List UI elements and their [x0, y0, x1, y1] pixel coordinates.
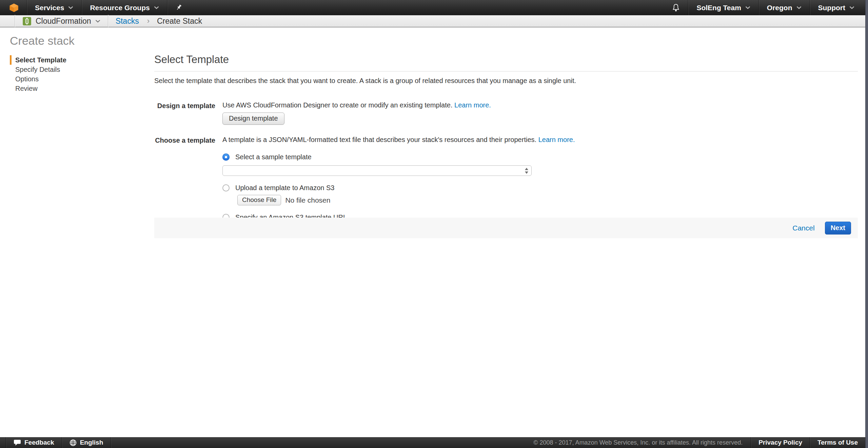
- design-template-button[interactable]: Design template: [222, 113, 284, 125]
- breadcrumb-stacks-link[interactable]: Stacks: [108, 17, 144, 26]
- cancel-button[interactable]: Cancel: [792, 224, 814, 232]
- nav-region-menu[interactable]: Oregon: [759, 0, 810, 15]
- wizard-step-specify-details: Specify Details: [10, 65, 66, 74]
- design-learn-more-link[interactable]: Learn more.: [454, 101, 491, 109]
- nav-pin-button[interactable]: [167, 0, 191, 15]
- main-content: Select Template Select the template that…: [154, 54, 858, 235]
- aws-logo[interactable]: [0, 0, 26, 15]
- breadcrumb-service-menu[interactable]: CloudFormation: [15, 15, 108, 27]
- heading-divider: [154, 71, 858, 72]
- chevron-down-icon: [745, 6, 750, 9]
- design-template-description: Use AWS CloudFormation Designer to creat…: [222, 101, 452, 109]
- globe-icon: [70, 439, 77, 446]
- wizard-step-review: Review: [10, 84, 66, 93]
- breadcrumb-current: Create Stack: [153, 17, 202, 26]
- feedback-label: Feedback: [24, 439, 54, 446]
- chevron-down-icon: [154, 6, 159, 9]
- privacy-policy-link[interactable]: Privacy Policy: [751, 439, 810, 446]
- chevron-down-icon: [849, 6, 854, 9]
- footer-divider: [111, 437, 111, 448]
- footer-bar: Feedback English © 2008 - 2017, Amazon W…: [0, 437, 868, 448]
- choose-file-button[interactable]: Choose File: [237, 195, 281, 205]
- choose-learn-more-link[interactable]: Learn more.: [538, 136, 575, 143]
- radio-button-selected-icon[interactable]: [222, 154, 230, 161]
- file-upload-row: Choose File No file chosen: [237, 195, 575, 205]
- nav-account-label: SolEng Team: [696, 4, 741, 12]
- design-template-row: Design a template Use AWS CloudFormation…: [154, 101, 858, 125]
- wizard-step-options: Options: [10, 74, 66, 84]
- cloudformation-icon: [22, 17, 32, 26]
- breadcrumb-service-label: CloudFormation: [36, 17, 91, 26]
- wizard-step-select-template: Select Template: [10, 55, 66, 65]
- language-label: English: [80, 439, 103, 446]
- wizard-steps: Select Template Specify Details Options …: [10, 55, 66, 93]
- nav-region-label: Oregon: [767, 4, 792, 12]
- wizard-action-bar: Cancel Next: [154, 218, 858, 238]
- file-status-text: No file chosen: [285, 196, 330, 204]
- nav-resource-groups-label: Resource Groups: [90, 4, 150, 12]
- bell-icon: [672, 3, 680, 12]
- breadcrumb: CloudFormation Stacks › Create Stack: [0, 15, 868, 27]
- nav-services-menu[interactable]: Services: [27, 0, 81, 15]
- section-intro: Select the template that describes the s…: [154, 77, 858, 85]
- radio-select-sample-template[interactable]: Select a sample template: [222, 153, 575, 161]
- nav-support-label: Support: [818, 4, 845, 12]
- select-spinner-icon: [525, 168, 528, 174]
- nav-services-label: Services: [35, 4, 64, 12]
- copyright-text: © 2008 - 2017, Amazon Web Services, Inc.…: [525, 439, 751, 446]
- breadcrumb-separator: ›: [144, 17, 153, 25]
- speech-bubble-icon: [14, 439, 21, 446]
- top-nav-bar: Services Resource Groups SolEng Team: [0, 0, 868, 15]
- radio-label-upload: Upload a template to Amazon S3: [235, 184, 334, 192]
- feedback-button[interactable]: Feedback: [6, 437, 62, 448]
- sample-template-select[interactable]: [222, 165, 532, 176]
- terms-of-use-link[interactable]: Terms of Use: [810, 439, 868, 446]
- chevron-down-icon: [796, 6, 802, 9]
- aws-cube-icon: [9, 3, 19, 13]
- footer-pad: [0, 437, 6, 448]
- vertical-scrollbar[interactable]: [865, 0, 868, 448]
- section-heading: Select Template: [154, 54, 858, 66]
- choose-template-description: A template is a JSON/YAML-formatted text…: [222, 136, 536, 143]
- nav-support-menu[interactable]: Support: [810, 0, 868, 15]
- next-button[interactable]: Next: [825, 222, 851, 235]
- nav-resource-groups-menu[interactable]: Resource Groups: [82, 0, 167, 15]
- language-button[interactable]: English: [62, 437, 111, 448]
- page-title: Create stack: [10, 34, 75, 47]
- design-template-label: Design a template: [154, 101, 215, 110]
- chevron-down-icon: [95, 20, 100, 23]
- choose-template-label: Choose a template: [154, 136, 215, 144]
- radio-button-icon[interactable]: [222, 184, 230, 191]
- pushpin-icon: [176, 4, 183, 12]
- nav-notifications-button[interactable]: [664, 0, 688, 15]
- chevron-down-icon: [68, 6, 73, 9]
- radio-upload-template[interactable]: Upload a template to Amazon S3: [222, 184, 575, 192]
- nav-account-menu[interactable]: SolEng Team: [688, 0, 758, 15]
- radio-label-sample: Select a sample template: [235, 153, 312, 161]
